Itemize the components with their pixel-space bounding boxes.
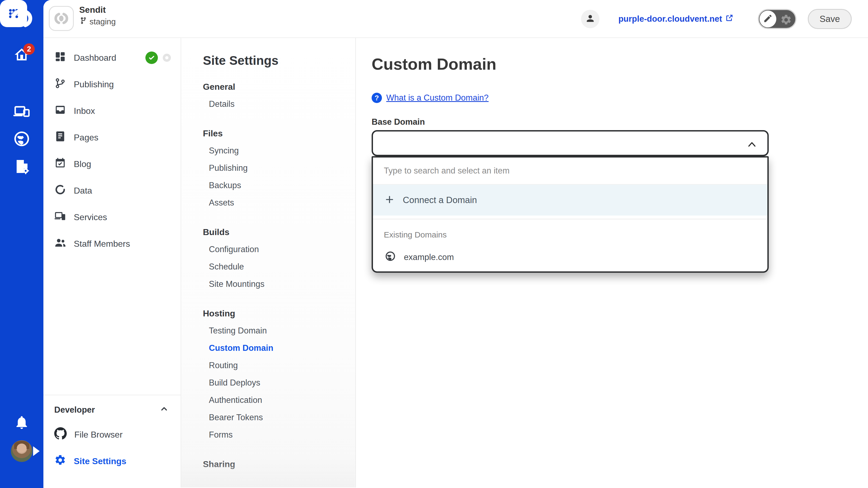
settings-nav-item-publishing[interactable]: Publishing [203,159,355,177]
build-success-icon [145,52,158,64]
settings-nav-item-custom-domain[interactable]: Custom Domain [203,339,355,357]
inbox-icon [54,104,66,118]
pages-icon [54,130,66,144]
app-window: 2 [0,0,868,488]
site-sidebar: Dashboard [43,38,181,487]
help-icon: ? [372,93,382,103]
settings-section-files: Files Syncing Publishing Backups Assets [203,125,355,212]
settings-nav-item-routing[interactable]: Routing [203,357,355,374]
base-domain-select[interactable] [372,130,769,156]
dashboard-icon [54,51,66,65]
main-content: Custom Domain ? What is a Custom Domain?… [356,38,868,487]
domain-option-label: example.com [404,252,454,262]
sidebar-item-file-browser[interactable]: File Browser [43,421,181,448]
settings-nav-item-configuration[interactable]: Configuration [203,241,355,258]
settings-section-heading: Files [203,125,355,142]
connect-a-domain-label: Connect a Domain [403,195,477,205]
chevron-up-icon [159,404,169,416]
sidebar-item-staff-members[interactable]: Staff Members [43,230,181,257]
developer-section: Developer File Browser [43,395,181,475]
account-button[interactable] [581,10,599,28]
settings-section-sharing: Sharing [203,455,355,473]
settings-section-heading: Hosting [203,305,355,322]
sidebar-item-label: Blog [74,159,91,169]
sidebar-item-label: Staff Members [74,239,130,249]
sidebar-item-label: Inbox [74,106,95,116]
notification-count-badge: 2 [23,43,35,55]
help-link[interactable]: What is a Custom Domain? [386,93,489,103]
settings-nav-item-details[interactable]: Details [203,95,355,113]
settings-nav-item-syncing[interactable]: Syncing [203,142,355,159]
top-bar: Sendit staging pu [43,0,868,38]
dropdown-search-input[interactable] [384,166,756,176]
edit-mode-knob [760,10,776,27]
notifications-bell-icon[interactable] [8,409,35,436]
devices-icon[interactable] [8,98,35,125]
settings-nav-item-testing-domain[interactable]: Testing Domain [203,322,355,339]
sidebar-item-services[interactable]: Services [43,204,181,230]
settings-nav-item-bearer-tokens[interactable]: Bearer Tokens [203,409,355,426]
dropdown-divider [373,216,767,219]
gear-icon [54,454,66,468]
sidebar-item-label: Services [74,212,107,222]
sidebar-item-blog[interactable]: Blog [43,151,181,177]
app-rail: 2 [0,0,43,488]
settings-nav-item-forms[interactable]: Forms [203,426,355,444]
settings-nav-item-assets[interactable]: Assets [203,194,355,212]
settings-nav-title: Site Settings [203,53,355,68]
sidebar-item-inbox[interactable]: Inbox [43,98,181,124]
settings-section-heading: General [203,78,355,95]
plus-icon [385,195,394,205]
sidebar-item-pages[interactable]: Pages [43,124,181,151]
settings-nav: Site Settings General Details Files Sync… [181,38,356,487]
settings-nav-item-site-mountings[interactable]: Site Mountings [203,275,355,293]
settings-nav-item-backups[interactable]: Backups [203,177,355,194]
people-icon [54,237,66,251]
developer-section-toggle[interactable]: Developer [43,398,181,421]
pencil-icon [763,13,773,24]
domain-option-example-com[interactable]: example.com [373,243,767,271]
organization-icon[interactable] [8,153,35,180]
sidebar-item-label: Site Settings [74,456,126,466]
gear-icon [780,14,792,27]
preview-url-link[interactable]: purple-door.cloudvent.net [618,14,734,24]
settings-nav-item-authentication[interactable]: Authentication [203,391,355,409]
settings-section-hosting: Hosting Testing Domain Custom Domain Rou… [203,305,355,444]
user-avatar[interactable] [11,440,33,462]
person-icon [585,13,595,25]
settings-nav-item-schedule[interactable]: Schedule [203,258,355,275]
connect-a-domain-option[interactable]: Connect a Domain [373,185,767,216]
base-domain-dropdown: Connect a Domain Existing Domains [372,130,769,273]
help-row: ? What is a Custom Domain? [372,93,489,103]
save-button[interactable]: Save [808,9,852,29]
sidebar-item-publishing[interactable]: Publishing [43,71,181,98]
sidebar-item-data[interactable]: Data [43,177,181,204]
status-pending-ring-icon [163,54,171,62]
globe-icon[interactable] [8,125,35,152]
content-shell: Sendit staging pu [43,0,868,488]
github-icon [54,427,67,442]
external-link-icon [725,14,734,24]
base-domain-label: Base Domain [372,117,425,127]
site-name: Sendit [79,5,106,15]
settings-section-general: General Details [203,78,355,113]
cloudcannon-logo-icon [9,6,34,31]
site-logo[interactable] [49,6,74,31]
edit-settings-toggle[interactable] [758,9,796,29]
expand-panel-arrow-icon[interactable] [33,446,40,456]
settings-section-builds: Builds Configuration Schedule Site Mount… [203,223,355,293]
calendar-check-icon [54,157,66,171]
sidebar-item-label: Pages [74,133,98,142]
preview-url-text: purple-door.cloudvent.net [618,14,722,24]
branch-row[interactable]: staging [79,17,116,26]
existing-domains-group-label: Existing Domains [373,219,767,243]
git-branch-icon [54,77,66,91]
sidebar-item-dashboard[interactable]: Dashboard [43,44,181,71]
sidebar-item-site-settings[interactable]: Site Settings [43,448,181,475]
sidebar-item-label: Dashboard [74,53,116,63]
branch-name: staging [90,17,116,26]
settings-nav-item-build-deploys[interactable]: Build Deploys [203,374,355,391]
refresh-circle-icon [54,184,66,198]
sidebar-item-label: Data [74,186,92,196]
developer-heading: Developer [54,405,95,415]
